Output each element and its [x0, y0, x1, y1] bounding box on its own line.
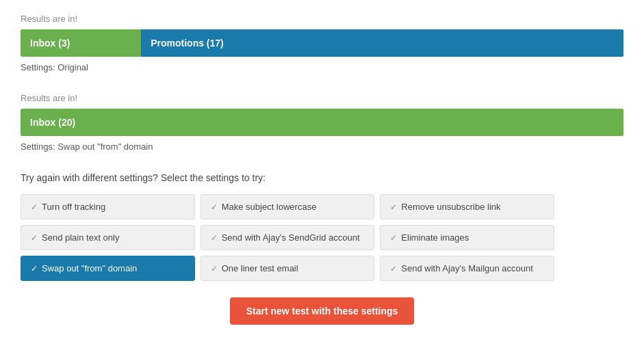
- check-icon-send-with-sendgrid: ✓: [211, 233, 218, 243]
- inbox-bar-1: Inbox (3): [21, 29, 141, 57]
- option-btn-send-with-mailgun[interactable]: ✓Send with Ajay's Mailgun account: [380, 256, 554, 281]
- option-label-send-with-mailgun: Send with Ajay's Mailgun account: [401, 263, 533, 273]
- check-icon-eliminate-images: ✓: [390, 233, 397, 243]
- option-btn-send-plain-text-only[interactable]: ✓Send plain text only: [21, 225, 195, 250]
- results-label-2: Results are in!: [21, 93, 623, 103]
- option-label-remove-unsubscribe-link: Remove unsubscribe link: [401, 202, 500, 212]
- settings-text-1: Settings: Original: [21, 62, 623, 72]
- results-label-1: Results are in!: [21, 14, 623, 24]
- option-label-send-with-sendgrid: Send with Ajay's SendGrid account: [222, 232, 360, 243]
- option-label-eliminate-images: Eliminate images: [401, 232, 469, 243]
- result-section-1: Results are in! Inbox (3) Promotions (17…: [21, 14, 623, 72]
- check-icon-send-with-mailgun: ✓: [390, 264, 397, 273]
- option-btn-send-with-sendgrid[interactable]: ✓Send with Ajay's SendGrid account: [201, 225, 375, 250]
- start-button-container: Start new test with these settings: [21, 297, 623, 325]
- option-label-swap-out-from-domain: Swap out "from" domain: [42, 263, 137, 273]
- option-btn-eliminate-images[interactable]: ✓Eliminate images: [380, 225, 554, 250]
- option-label-turn-off-tracking: Turn off tracking: [42, 202, 105, 212]
- option-btn-turn-off-tracking[interactable]: ✓Turn off tracking: [21, 194, 195, 219]
- try-again-label: Try again with different settings? Selec…: [21, 172, 623, 183]
- bar-chart-2: Inbox (20): [21, 109, 623, 136]
- promotions-bar-1: Promotions (17): [141, 29, 623, 57]
- option-btn-make-subject-lowercase[interactable]: ✓Make subject lowercase: [201, 194, 375, 219]
- option-label-make-subject-lowercase: Make subject lowercase: [222, 202, 317, 212]
- start-new-test-button[interactable]: Start new test with these settings: [230, 297, 415, 325]
- check-icon-send-plain-text-only: ✓: [31, 233, 38, 243]
- options-grid: ✓Turn off tracking✓Make subject lowercas…: [21, 194, 554, 281]
- option-label-one-liner-test-email: One liner test email: [222, 263, 298, 273]
- try-again-section: Try again with different settings? Selec…: [21, 172, 623, 325]
- option-btn-swap-out-from-domain[interactable]: ✓Swap out "from" domain: [21, 256, 195, 281]
- option-btn-remove-unsubscribe-link[interactable]: ✓Remove unsubscribe link: [380, 194, 554, 219]
- check-icon-turn-off-tracking: ✓: [31, 202, 38, 212]
- check-icon-make-subject-lowercase: ✓: [211, 202, 218, 212]
- check-icon-swap-out-from-domain: ✓: [31, 264, 38, 273]
- option-btn-one-liner-test-email[interactable]: ✓One liner test email: [201, 256, 375, 281]
- inbox-bar-2: Inbox (20): [21, 109, 623, 136]
- result-section-2: Results are in! Inbox (20) Settings: Swa…: [21, 93, 623, 152]
- option-label-send-plain-text-only: Send plain text only: [42, 232, 119, 243]
- check-icon-one-liner-test-email: ✓: [211, 264, 218, 273]
- settings-text-2: Settings: Swap out "from" domain: [21, 142, 623, 152]
- bar-chart-1: Inbox (3) Promotions (17): [21, 29, 623, 57]
- check-icon-remove-unsubscribe-link: ✓: [390, 202, 397, 212]
